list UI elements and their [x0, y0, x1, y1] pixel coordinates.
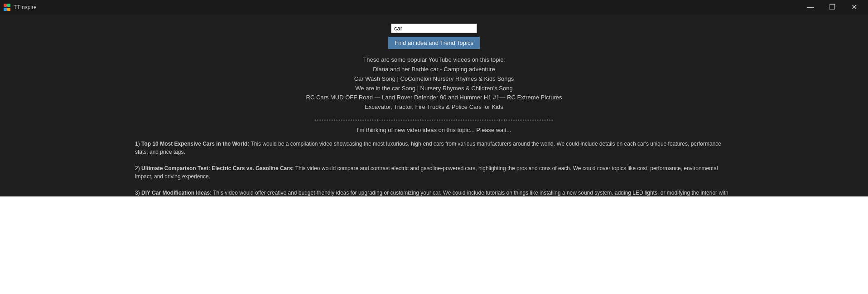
idea-item-2: 2) Ultimate Comparison Test: Electric Ca… [135, 164, 733, 181]
idea-2-title: Ultimate Comparison Test: Electric Cars … [141, 165, 294, 172]
logo-dot-yellow [7, 8, 10, 11]
popular-section: These are some popular YouTube videos on… [306, 56, 562, 112]
idea-1-title: Top 10 Most Expensive Cars in the World: [141, 141, 249, 147]
idea-1-number: 1) [135, 141, 141, 147]
popular-video-4: RC Cars MUD OFF Road — Land Rover Defend… [306, 93, 562, 103]
app-logo [4, 4, 11, 11]
logo-dot-green [7, 4, 10, 7]
thinking-text: I'm thinking of new video ideas on this … [357, 127, 511, 133]
idea-item-3: 3) DIY Car Modification Ideas: This vide… [135, 189, 733, 196]
popular-video-1: Diana and her Barbie car - Camping adven… [306, 65, 562, 74]
popular-video-2: Car Wash Song | CoComelon Nursery Rhymes… [306, 74, 562, 84]
search-input[interactable] [391, 24, 477, 33]
title-bar: TTInspire — ❐ ✕ [0, 0, 868, 15]
title-bar-left: TTInspire [4, 4, 37, 11]
restore-button[interactable]: ❐ [822, 0, 843, 15]
idea-2-number: 2) [135, 165, 141, 172]
divider-line: ****************************************… [314, 118, 554, 124]
idea-3-description: This video would offer creative and budg… [135, 190, 728, 196]
main-content: Find an idea and Trend Topics These are … [0, 15, 868, 196]
idea-3-title: DIY Car Modification Ideas: [141, 190, 212, 196]
ideas-section: 1) Top 10 Most Expensive Cars in the Wor… [117, 140, 751, 196]
app-title: TTInspire [14, 4, 37, 10]
minimize-button[interactable]: — [800, 0, 821, 15]
logo-dot-red [4, 4, 7, 7]
bottom-area [0, 196, 868, 294]
logo-dot-blue [4, 8, 7, 11]
title-bar-controls: — ❐ ✕ [800, 0, 864, 15]
popular-video-5: Excavator, Tractor, Fire Trucks & Police… [306, 103, 562, 112]
idea-item-1: 1) Top 10 Most Expensive Cars in the Wor… [135, 140, 733, 156]
popular-video-3: We are in the car Song | Nursery Rhymes … [306, 84, 562, 93]
close-button[interactable]: ✕ [844, 0, 864, 15]
popular-intro: These are some popular YouTube videos on… [306, 56, 562, 63]
idea-3-number: 3) [135, 190, 141, 196]
find-button[interactable]: Find an idea and Trend Topics [388, 37, 480, 49]
